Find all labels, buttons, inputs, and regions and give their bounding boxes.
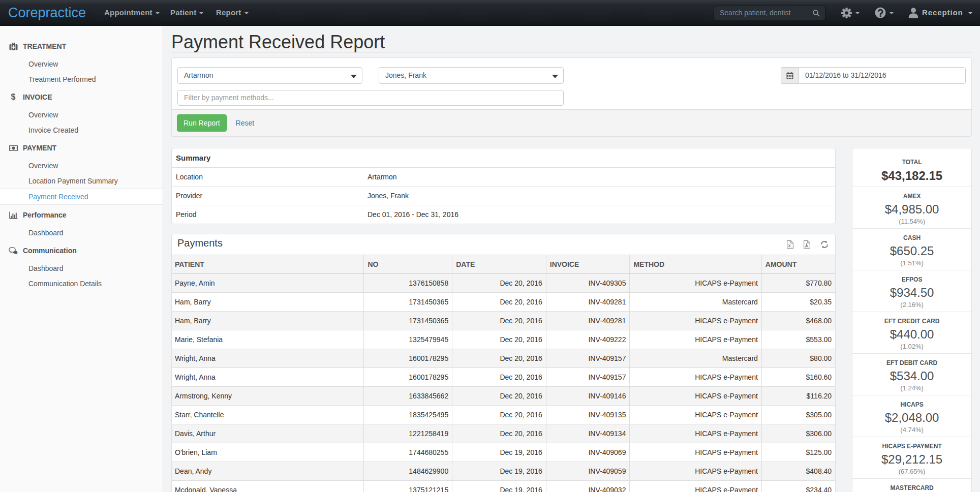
svg-text:x: x: [788, 243, 791, 248]
